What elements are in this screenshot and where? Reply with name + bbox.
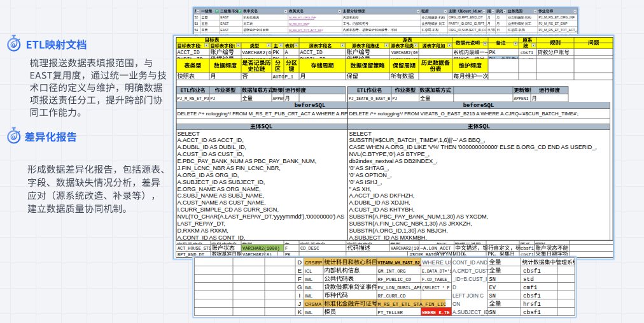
svg-text:F: F [298, 275, 302, 282]
svg-text:EAST: EAST [220, 15, 228, 19]
svg-text:APPENI: APPENI [514, 97, 529, 101]
svg-text:ON: ON [452, 301, 460, 307]
svg-text:DELETE /*+ nologging*/ FROM M_: DELETE /*+ nologging*/ FROM M_RS_ET_PUB_… [178, 111, 351, 117]
svg-text:M_RS_ET_ORG_INF: M_RS_ET_ORG_INF [289, 16, 316, 19]
svg-text:VARCHAR2(1000): VARCHAR2(1000) [242, 246, 280, 251]
svg-text:SN: SN [489, 310, 496, 316]
svg-text:G: G [297, 284, 302, 291]
svg-text:M_RS_ET_TOT_ACT_SBJ: M_RS_ET_TOT_ACT_SBJ [289, 29, 323, 32]
svg-text:VARCHAR2(10: VARCHAR2(10 [391, 246, 419, 251]
svg-text:A.SUBJECT_ID AS SUBJECT_ID,: A.SUBJECT_ID AS SUBJECT_ID, [178, 179, 265, 185]
svg-text:VARCHAR2(60: VARCHAR2(60 [242, 50, 275, 55]
svg-text:cbsf1: cbsf1 [523, 292, 541, 299]
svg-text:A.ORG_ID AS ORG_ID,: A.ORG_ID AS ORG_ID, [178, 172, 239, 178]
svg-text:I.CURR_SIMPLE_CD AS CURR_SIGN,: I.CURR_SIMPLE_CD AS CURR_SIGN, [178, 206, 279, 213]
svg-text:IML: IML [305, 285, 312, 291]
svg-text:—A.LON_ACCT: —A.LON_ACCT [420, 246, 452, 251]
svg-text:52: 52 [195, 15, 199, 19]
svg-text:A.SUBJECT_ID: A.SUBJECT_ID [452, 310, 489, 315]
svg-text:ORG_ID,RPT_END_DT: ORG_ID,RPT_END_DT [449, 15, 482, 19]
svg-text:SUBSTR('#$CUR_BATCH_TIME#',1,6: SUBSTR('#$CUR_BATCH_TIME#',1,6)||'--' AS… [349, 137, 486, 143]
svg-text:_ID=B.CUST_I: _ID=B.CUST_I [452, 276, 487, 282]
svg-text:SELECT: SELECT [349, 131, 372, 137]
svg-text:A.SUBJECT_ID AS MXKMBH,: A.SUBJECT_ID AS MXKMBH, [349, 234, 427, 241]
svg-text:A.ACCT_ID AS DKFHZH,: A.ACCT_ID AS DKFHZH, [349, 192, 415, 199]
svg-text:WHERE K.TE: WHERE K.TE [423, 310, 451, 315]
svg-text:'' AS XH,: '' AS XH, [349, 186, 372, 192]
svg-text:K: K [298, 308, 302, 315]
svg-text:std: std [523, 276, 534, 283]
svg-text:IML: IML [305, 310, 312, 315]
svg-text:PT_TELLER: PT_TELLER [378, 310, 403, 315]
svg-text:P_1: P_1 [285, 75, 294, 80]
svg-text:cbsf1: cbsf1 [523, 268, 541, 275]
svg-text:D: D [452, 285, 456, 291]
svg-text:D.RXKM AS RXKM,: D.RXKM AS RXKM, [178, 227, 228, 234]
svg-text:IML: IML [305, 293, 312, 299]
svg-text:ACCT_ID: ACCT_ID [300, 50, 323, 56]
svg-text:A.CUST_NAME AS CUST_NAME,: A.CUST_NAME AS CUST_NAME, [178, 199, 266, 206]
svg-text:SUBSTR(A.ORG_ID,1,30) AS NBJGH: SUBSTR(A.ORG_ID,1,30) AS NBJGH, [349, 227, 448, 234]
svg-text:beforeSQL: beforeSQL [295, 103, 326, 109]
svg-text:WHERE US: WHERE US [423, 259, 454, 266]
svg-text:ACT_HOUSE_STS: ACT_HOUSE_STS [178, 246, 211, 251]
svg-text:DELETE /*+ nologging*/ FROM VI: DELETE /*+ nologging*/ FROM VIEATB_O_EAS… [349, 111, 579, 117]
svg-text:RF_PUBLIC_CD: RF_PUBLIC_CD [378, 277, 412, 282]
svg-text:A.DUBIL_ID AS DUBIL_ID,: A.DUBIL_ID AS DUBIL_ID, [178, 144, 247, 150]
svg-text:APPEN: APPEN [273, 97, 285, 101]
svg-text:A.DUBIL_ID AS XDJJH,: A.DUBIL_ID AS XDJJH, [349, 199, 410, 206]
svg-text:A.CUST_ID AS KHTYBH,: A.CUST_ID AS KHTYBH, [349, 206, 415, 213]
svg-text:VIEARW_WH_EAST_B2: VIEARW_WH_EAST_B2 [378, 261, 420, 266]
svg-text:beforeSQL: beforeSQL [463, 103, 494, 109]
svg-text:M_RS_ET_EMP: M_RS_ET_EMP [289, 22, 309, 25]
svg-text:PJ_M_RS_ET_PU: PJ_M_RS_ET_PU [178, 97, 209, 101]
svg-text:PK: PK [273, 50, 280, 56]
svg-text:D: D [297, 259, 302, 266]
svg-text:cbsf1: cbsf1 [521, 246, 534, 251]
svg-text:GM_INT_ORG: GM_INT_ORG [378, 269, 406, 274]
svg-text:PJ: PJ [211, 97, 216, 101]
svg-text:NVL(C.BTYPE,'0') AS BTYPE_,: NVL(C.BTYPE,'0') AS BTYPE_, [349, 151, 430, 157]
svg-text:CONT_ID AND: CONT_ID AND [452, 260, 487, 266]
svg-text:db2index_nextval AS DB2INDEX_,: db2index_nextval AS DB2INDEX_, [349, 158, 438, 164]
svg-text:M_RS_ET_ETL_STA_FIN_LIC: M_RS_ET_ETL_STA_FIN_LIC [378, 302, 447, 307]
svg-text:E.ORG_NAME AS ORG_NAME,: E.ORG_NAME AS ORG_NAME, [178, 186, 261, 192]
svg-text:CRSIRP: CRSIRP [305, 260, 322, 266]
svg-text:AUTO: AUTO [273, 75, 285, 80]
svg-text:LEFT JOIN C: LEFT JOIN C [452, 293, 484, 299]
svg-text:NVL(TO_CHAR(A.LAST_REPAY_DT,'y: NVL(TO_CHAR(A.LAST_REPAY_DT,'yyyymmdd'),… [178, 213, 345, 220]
svg-text:SELECT: SELECT [178, 131, 200, 137]
svg-text:LAST_REPAY_DT,: LAST_REPAY_DT, [178, 220, 225, 227]
svg-text:EV: EV [489, 285, 496, 291]
svg-text:E.DATA_DT='1: E.DATA_DT='1 [422, 269, 452, 274]
svg-text:PJ_M_RS_ET_EMP: PJ_M_RS_ET_EMP [538, 22, 568, 25]
svg-text:F.CD_TABLE_: F.CD_TABLE_ [422, 278, 450, 282]
svg-text:'0' AS ISHJ_,: '0' AS ISHJ_, [349, 179, 382, 185]
svg-text:IML: IML [305, 276, 312, 282]
svg-text:PJ_IEATB_O_EAST_B: PJ_IEATB_O_EAST_B [349, 97, 390, 101]
svg-text:F: F [285, 246, 288, 251]
svg-text:ICL: ICL [305, 268, 312, 274]
svg-text:RF_CURR_CD: RF_CURR_CD [378, 294, 406, 299]
svg-text:EV_LON_DUBIL_APPR: EV_LON_DUBIL_APPR [378, 285, 426, 291]
svg-text:hrsf1: hrsf1 [523, 301, 541, 308]
svg-text:cbsf1: cbsf1 [523, 309, 541, 316]
svg-text:'0' AS OPTION_,: '0' AS OPTION_, [349, 172, 392, 178]
svg-text:CD_DESC: CD_DESC [300, 246, 319, 251]
svg-text:E.PBC_PAY_BANK_NUM AS PBC_PAY_: E.PBC_PAY_BANK_NUM AS PBC_PAY_BANK_NUM, [178, 158, 317, 164]
svg-text:'0' AS SHTAG_,: '0' AS SHTAG_, [349, 165, 389, 171]
svg-text:(SELECT * F: (SELECT * F [422, 286, 450, 291]
svg-text:PJ_M_RS_ET_TOT_ACT_ACT_S: PJ_M_RS_ET_TOT_ACT_ACT_S [538, 28, 587, 32]
svg-text:SUBSTR(A.PBC_PAY_BANK_NUM,1,30: SUBSTR(A.PBC_PAY_BANK_NUM,1,30) AS YXGDM… [349, 213, 489, 220]
svg-text:cmf1: cmf1 [523, 284, 538, 291]
svg-text:CRSMA: CRSMA [305, 301, 321, 307]
svg-text:cbsf1: cbsf1 [521, 50, 533, 55]
svg-text:EAST: EAST [220, 28, 228, 32]
svg-text:A.CRDT_CUST: A.CRDT_CUST [452, 268, 489, 274]
svg-text:A.ACCT_ID AS ACCT_ID,: A.ACCT_ID AS ACCT_ID, [178, 137, 244, 143]
svg-text:J.FIN_LCNC_NBR AS FIN_LCNC_NBR: J.FIN_LCNC_NBR AS FIN_LCNC_NBR, [178, 165, 281, 171]
svg-text:SN: SN [489, 293, 496, 299]
svg-text:C.SUBJ_NAME AS SUBJ_NAME,: C.SUBJ_NAME AS SUBJ_NAME, [178, 192, 264, 199]
svg-text:53: 53 [195, 22, 199, 25]
svg-text:54: 54 [195, 28, 199, 32]
